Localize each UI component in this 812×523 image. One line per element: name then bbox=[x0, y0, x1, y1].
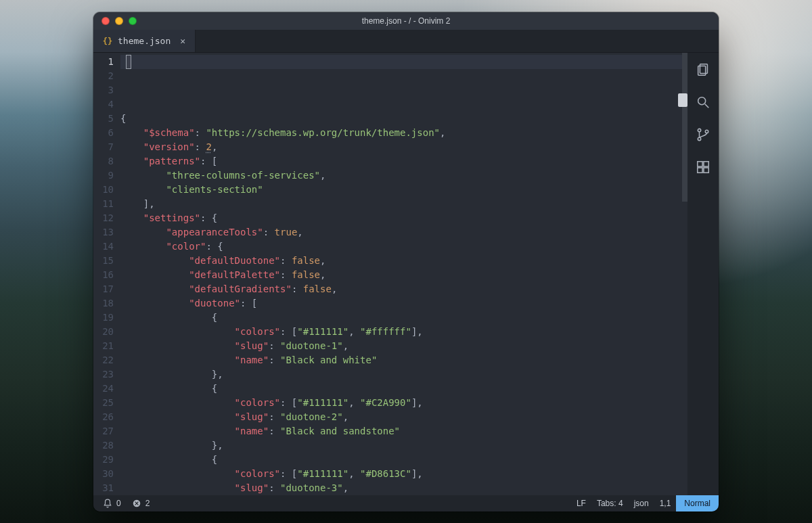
line-number: 23 bbox=[93, 367, 120, 382]
editor-area[interactable]: 1234567891011121314151617181920212223242… bbox=[93, 53, 687, 495]
svg-point-4 bbox=[698, 129, 700, 131]
svg-rect-8 bbox=[704, 162, 708, 166]
line-number: 30 bbox=[93, 467, 120, 481]
activity-bar bbox=[687, 53, 719, 495]
svg-rect-7 bbox=[698, 162, 702, 166]
line-number: 6 bbox=[93, 126, 120, 140]
line-number: 15 bbox=[93, 254, 120, 268]
svg-rect-10 bbox=[704, 168, 708, 173]
close-window-button[interactable] bbox=[102, 17, 110, 25]
editor-body: 1234567891011121314151617181920212223242… bbox=[93, 53, 719, 495]
close-tab-icon[interactable]: ✕ bbox=[180, 36, 185, 46]
line-number: 3 bbox=[93, 83, 120, 97]
svg-line-3 bbox=[705, 104, 709, 108]
status-lang[interactable]: json bbox=[629, 499, 654, 508]
zoom-window-button[interactable] bbox=[129, 17, 137, 25]
line-number: 29 bbox=[93, 453, 120, 467]
errors-count: 2 bbox=[145, 499, 150, 508]
line-number: 26 bbox=[93, 410, 120, 424]
line-number: 22 bbox=[93, 353, 120, 367]
line-number-gutter: 1234567891011121314151617181920212223242… bbox=[93, 53, 120, 495]
scroll-thumb[interactable] bbox=[682, 53, 687, 202]
file-tab[interactable]: {} theme.json ✕ bbox=[93, 30, 196, 52]
line-number: 17 bbox=[93, 282, 120, 296]
line-number: 27 bbox=[93, 424, 120, 438]
line-number: 2 bbox=[93, 69, 120, 83]
code-lines: { "$schema": "https://schemas.wp.org/tru… bbox=[120, 112, 687, 495]
line-number: 8 bbox=[93, 154, 120, 168]
svg-rect-9 bbox=[698, 168, 702, 173]
line-number: 11 bbox=[93, 197, 120, 211]
search-icon[interactable] bbox=[696, 95, 710, 110]
notifications-count: 0 bbox=[116, 499, 121, 508]
svg-point-5 bbox=[698, 137, 700, 140]
line-number: 13 bbox=[93, 225, 120, 240]
line-number: 28 bbox=[93, 438, 120, 453]
titlebar[interactable]: theme.json - / - Onivim 2 bbox=[93, 12, 719, 30]
line-number: 16 bbox=[93, 268, 120, 282]
editor-window: theme.json - / - Onivim 2 {} theme.json … bbox=[93, 12, 719, 511]
files-icon[interactable] bbox=[696, 62, 710, 77]
line-number: 24 bbox=[93, 382, 120, 396]
status-pos[interactable]: 1,1 bbox=[654, 499, 677, 508]
status-eol[interactable]: LF bbox=[571, 499, 591, 508]
status-notifications[interactable]: 0 bbox=[97, 499, 127, 508]
line-number: 1 bbox=[93, 55, 120, 69]
line-number: 4 bbox=[93, 97, 120, 112]
line-number: 18 bbox=[93, 296, 120, 311]
minimap-viewport[interactable] bbox=[678, 93, 687, 107]
status-errors[interactable]: 2 bbox=[127, 499, 156, 508]
line-number: 12 bbox=[93, 211, 120, 225]
line-number: 21 bbox=[93, 339, 120, 353]
line-number: 7 bbox=[93, 140, 120, 154]
file-tab-label: theme.json bbox=[118, 36, 171, 46]
status-tabs[interactable]: Tabs: 4 bbox=[591, 499, 629, 508]
svg-point-2 bbox=[698, 97, 706, 105]
line-number: 31 bbox=[93, 481, 120, 495]
tab-bar: {} theme.json ✕ bbox=[93, 30, 719, 53]
line-number: 20 bbox=[93, 325, 120, 339]
code-viewport[interactable]: { "$schema": "https://schemas.wp.org/tru… bbox=[120, 53, 687, 495]
svg-point-6 bbox=[705, 130, 708, 133]
status-bar: 0 2 LF Tabs: 4 json 1,1 Normal bbox=[93, 495, 719, 511]
vim-mode-indicator[interactable]: Normal bbox=[676, 495, 719, 511]
traffic-lights bbox=[102, 17, 137, 25]
line-number: 9 bbox=[93, 168, 120, 183]
line-number: 19 bbox=[93, 311, 120, 325]
line-number: 10 bbox=[93, 183, 120, 197]
extensions-icon[interactable] bbox=[696, 160, 710, 175]
current-line-highlight bbox=[120, 55, 687, 69]
line-number: 25 bbox=[93, 396, 120, 410]
window-title: theme.json - / - Onivim 2 bbox=[93, 16, 719, 26]
minimize-window-button[interactable] bbox=[115, 17, 123, 25]
line-number: 14 bbox=[93, 240, 120, 254]
git-branch-icon[interactable] bbox=[696, 127, 710, 142]
line-number: 5 bbox=[93, 112, 120, 126]
json-file-icon: {} bbox=[103, 37, 112, 46]
